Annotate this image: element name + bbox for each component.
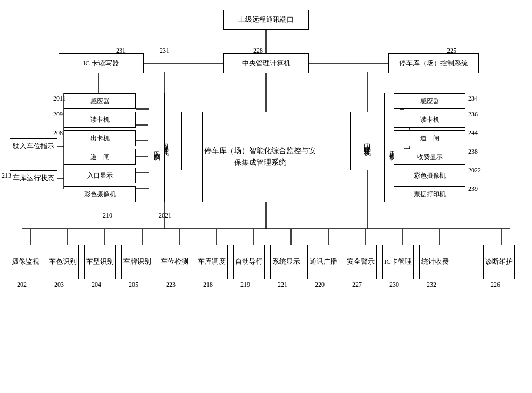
exit-item-0: 感应器: [394, 93, 466, 109]
num-220: 220: [315, 281, 325, 289]
num-203: 203: [54, 281, 64, 289]
num-232: 232: [427, 281, 436, 289]
num-227: 227: [352, 281, 362, 289]
num-208: 208: [53, 129, 63, 137]
upper-remote-box: 上级远程通讯端口: [223, 10, 309, 30]
bottom-item-11: 统计收费: [419, 245, 451, 279]
bottom-item-7: 系统显示: [270, 245, 302, 279]
num-209: 209: [53, 111, 63, 119]
exit-item-3: 收费显示: [394, 149, 466, 165]
num-238: 238: [468, 148, 478, 156]
parking-control-box: 停车库（场）控制系统: [388, 53, 479, 73]
entrance-item-3: 道 闸: [64, 149, 136, 165]
num-213: 213: [2, 172, 11, 180]
bottom-item-2: 车型识别: [84, 245, 116, 279]
upper-remote-label: 上级远程通讯端口: [238, 15, 294, 24]
entrance-control-bracket: 入口控制: [149, 93, 165, 202]
central-computer-label: 中央管理计算机: [242, 58, 290, 68]
num-221: 221: [278, 281, 287, 289]
entrance-items-group: 感应器 读卡机 出卡机 道 闸 入口显示 彩色摄像机: [64, 93, 149, 205]
num-210: 210: [103, 212, 112, 220]
entrance-item-0: 感应器: [64, 93, 136, 109]
num-244: 244: [468, 129, 478, 137]
exit-booth-label: 出口岗亭计算机: [362, 137, 372, 145]
bottom-item-6: 自动导行: [233, 245, 265, 279]
num-205: 205: [129, 281, 138, 289]
num-223: 223: [166, 281, 176, 289]
exit-item-5: 票据打印机: [394, 186, 466, 202]
bottom-item-0: 摄像监视: [10, 245, 41, 279]
entrance-item-1: 读卡机: [64, 112, 136, 128]
entrance-item-5: 彩色摄像机: [64, 186, 136, 202]
exit-item-2: 道 闸: [394, 130, 466, 146]
num-2021: 2021: [159, 212, 171, 220]
diagram: 231 231 212 228 225 240 210 2021 上级远程通讯端…: [0, 0, 532, 393]
exit-items-group: 感应器 读卡机 道 闸 收费显示 彩色摄像机 票据打印机: [394, 93, 479, 205]
left-extra-0: 驶入车位指示: [10, 138, 57, 154]
num-2011: 2011: [53, 95, 66, 103]
num-218: 218: [203, 281, 213, 289]
num-2022: 2022: [468, 166, 481, 174]
num-231-label: 231: [160, 47, 169, 55]
ic-reader-label: IC 卡读写器: [83, 58, 119, 68]
num-202: 202: [17, 281, 27, 289]
bottom-item-10: IC卡管理: [382, 245, 414, 279]
left-extra-1: 车库运行状态: [10, 170, 57, 186]
bottom-item-1: 车色识别: [47, 245, 79, 279]
entrance-item-4: 入口显示: [64, 168, 136, 183]
num-230: 230: [389, 281, 399, 289]
parking-control-label: 停车库（场）控制系统: [399, 58, 468, 68]
exit-booth-box: 出口岗亭计算机: [350, 112, 384, 170]
bottom-item-9: 安全警示: [345, 245, 377, 279]
bottom-item-12: 诊断维护: [483, 245, 515, 279]
center-system-box: 停车库（场）智能化综合监控与安保集成管理系统: [202, 112, 318, 202]
num-204: 204: [92, 281, 101, 289]
exit-item-1: 读卡机: [394, 112, 466, 128]
center-system-label: 停车库（场）智能化综合监控与安保集成管理系统: [203, 145, 318, 169]
bottom-item-4: 车位检测: [159, 245, 190, 279]
bottom-item-5: 车库调度: [196, 245, 228, 279]
entrance-item-2: 出卡机: [64, 130, 136, 146]
bottom-item-3: 车牌识别: [121, 245, 153, 279]
num-239: 239: [468, 185, 478, 193]
num-226: 226: [491, 281, 500, 289]
ic-reader-box: IC 卡读写器: [59, 53, 144, 73]
exit-item-4: 彩色摄像机: [394, 168, 466, 183]
entrance-control-label: 入口控制: [152, 146, 161, 150]
central-computer-box: 中央管理计算机: [223, 53, 309, 73]
num-236: 236: [468, 111, 478, 119]
bottom-item-8: 通讯广播: [307, 245, 339, 279]
num-234: 234: [468, 95, 478, 103]
num-219: 219: [240, 281, 250, 289]
